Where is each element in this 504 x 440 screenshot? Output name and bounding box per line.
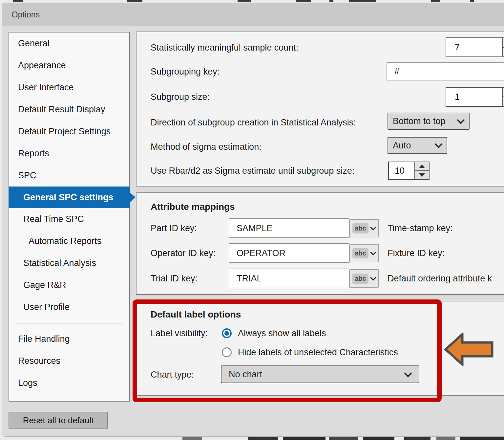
sidebar-item-resources[interactable]: Resources <box>9 350 129 372</box>
sidebar-item-file-handling[interactable]: File Handling <box>9 328 129 350</box>
sample-count-input[interactable] <box>446 37 503 57</box>
rbar-d2-value[interactable]: 10 <box>388 162 414 180</box>
sidebar-item-statistical-analysis[interactable]: Statistical Analysis <box>9 252 129 274</box>
radio-always-show-labels[interactable] <box>222 328 232 338</box>
time-stamp-key-label: Time-stamp key: <box>388 218 453 238</box>
rbar-d2-label: Use Rbar/d2 as Sigma estimate until subg… <box>151 161 354 181</box>
sidebar-item-automatic-reports[interactable]: Automatic Reports <box>9 230 129 252</box>
sample-count-label: Statistically meaningful sample count: <box>151 38 298 57</box>
sidebar-divider <box>9 318 129 328</box>
select-value: Auto <box>388 141 433 151</box>
radio-hide-unselected-labels-label[interactable]: Hide labels of unselected Characteristic… <box>238 342 398 362</box>
sidebar-item-user-profile[interactable]: User Profile <box>9 296 129 318</box>
part-id-key-label: Part ID key: <box>151 218 197 238</box>
sidebar-item-appearance[interactable]: Appearance <box>9 55 129 77</box>
sidebar: General Appearance User Interface Defaul… <box>9 32 130 402</box>
subgrouping-key-input[interactable] <box>387 62 504 80</box>
sidebar-item-general[interactable]: General <box>9 33 129 55</box>
sidebar-item-user-interface[interactable]: User Interface <box>9 77 129 99</box>
options-dialog: Options General Appearance User Interfac… <box>2 3 504 437</box>
chevron-down-icon <box>370 249 376 255</box>
operator-id-key-input[interactable] <box>229 243 349 263</box>
spinner-up-icon[interactable] <box>415 162 429 171</box>
chart-type-select[interactable]: No chart <box>221 365 419 383</box>
sidebar-item-logs[interactable]: Logs <box>9 372 129 394</box>
part-id-type-dropdown[interactable]: abc <box>349 219 379 237</box>
radio-hide-unselected-labels[interactable] <box>222 347 232 357</box>
chevron-down-icon <box>370 275 376 280</box>
spinner-down-icon[interactable] <box>415 171 429 179</box>
sigma-method-select[interactable]: Auto <box>388 137 447 154</box>
part-id-key-input[interactable] <box>229 218 349 238</box>
subgroup-size-label: Subgroup size: <box>151 87 210 107</box>
trial-id-key-label: Trial ID key: <box>151 269 198 288</box>
subgroup-direction-select[interactable]: Bottom to top <box>388 113 470 130</box>
dialog-title: Options <box>11 10 40 19</box>
subgroup-size-input[interactable] <box>446 87 503 107</box>
abc-type-icon: abc <box>352 223 368 233</box>
attribute-mappings-group: Attribute mappings Part ID key: abc Time… <box>136 192 504 295</box>
default-label-options-heading: Default label options <box>151 305 241 324</box>
sidebar-item-default-project-settings[interactable]: Default Project Settings <box>9 121 129 143</box>
rbar-d2-spinner[interactable]: 10 <box>388 162 430 180</box>
sidebar-item-label: General SPC settings <box>23 192 114 203</box>
sidebar-item-real-time-spc[interactable]: Real Time SPC <box>9 208 129 230</box>
selected-item-pointer-icon <box>130 192 136 202</box>
abc-type-icon: abc <box>352 248 368 258</box>
default-label-options-group: Default label options Label visibility: … <box>136 301 504 396</box>
chevron-down-icon <box>434 140 442 148</box>
general-settings-group: Statistically meaningful sample count: S… <box>136 32 504 187</box>
trial-id-type-dropdown[interactable]: abc <box>349 269 379 288</box>
sigma-method-label: Method of sigma estimation: <box>151 137 262 157</box>
sidebar-item-default-result-display[interactable]: Default Result Display <box>9 99 129 121</box>
radio-dot <box>224 331 229 336</box>
sidebar-item-gage-rr[interactable]: Gage R&R <box>9 274 129 296</box>
subgrouping-key-label: Subgrouping key: <box>151 62 220 81</box>
default-ordering-attribute-label: Default ordering attribute k <box>388 269 492 288</box>
sidebar-item-reports[interactable]: Reports <box>9 143 129 165</box>
dialog-titlebar[interactable]: Options <box>2 3 504 26</box>
sidebar-item-general-spc-settings[interactable]: General SPC settings <box>9 187 130 208</box>
subgroup-size-spinner[interactable] <box>502 87 504 107</box>
trial-id-key-input[interactable] <box>229 269 349 288</box>
sample-count-spinner[interactable] <box>502 37 504 57</box>
subgroup-direction-label: Direction of subgroup creation in Statis… <box>151 113 356 132</box>
reset-all-to-default-button[interactable]: Reset all to default <box>9 412 108 429</box>
select-value: Bottom to top <box>388 116 455 126</box>
abc-type-icon: abc <box>352 274 368 284</box>
sidebar-item-spc[interactable]: SPC <box>9 165 129 187</box>
attribute-mappings-heading: Attribute mappings <box>151 197 235 217</box>
label-visibility-label: Label visibility: <box>151 323 208 343</box>
select-value: No chart <box>221 369 403 380</box>
chevron-down-icon <box>457 116 465 124</box>
operator-id-key-label: Operator ID key: <box>151 243 216 263</box>
operator-id-type-dropdown[interactable]: abc <box>349 244 379 262</box>
chart-type-label: Chart type: <box>151 365 194 385</box>
chevron-down-icon <box>404 369 412 377</box>
radio-always-show-labels-label[interactable]: Always show all labels <box>238 323 326 343</box>
fixture-id-key-label: Fixture ID key: <box>388 243 445 263</box>
chevron-down-icon <box>370 224 376 230</box>
